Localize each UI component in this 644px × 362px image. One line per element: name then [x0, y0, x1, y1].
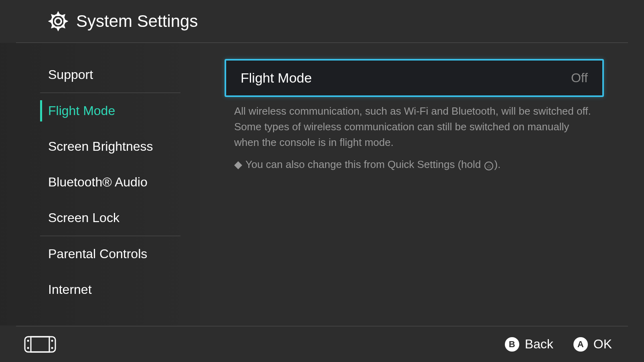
footer-buttons: B Back A OK: [505, 337, 612, 352]
content-area: Support Flight Mode Screen Brightness Bl…: [0, 43, 644, 326]
footer: B Back A OK: [16, 326, 628, 362]
svg-rect-3: [31, 337, 49, 352]
hint-text-pre: You can also change this from Quick Sett…: [245, 158, 484, 170]
back-button[interactable]: B Back: [505, 337, 553, 352]
sidebar-item-label: Flight Mode: [48, 103, 115, 118]
sidebar-item-screen-brightness[interactable]: Screen Brightness: [0, 129, 200, 164]
svg-point-6: [51, 340, 53, 342]
sidebar-item-label: Support: [48, 67, 93, 82]
sidebar-item-bluetooth-audio[interactable]: Bluetooth® Audio: [0, 164, 200, 200]
hint-text-post: ).: [494, 158, 500, 170]
a-button-icon: A: [573, 337, 588, 352]
header: System Settings: [16, 0, 628, 43]
ok-button[interactable]: A OK: [573, 337, 612, 352]
svg-point-7: [51, 347, 53, 349]
diamond-bullet-icon: ◆: [234, 158, 242, 171]
description-text: All wireless communication, such as Wi-F…: [225, 97, 604, 150]
svg-point-0: [55, 18, 61, 24]
sidebar-item-label: Internet: [48, 282, 92, 297]
back-label: Back: [525, 337, 553, 352]
svg-point-5: [27, 347, 29, 349]
main-panel: Flight Mode Off All wireless communicati…: [200, 43, 644, 326]
svg-point-4: [27, 340, 29, 342]
gear-icon: [48, 11, 68, 31]
setting-label: Flight Mode: [241, 70, 312, 86]
sidebar-item-label: Screen Brightness: [48, 139, 153, 154]
setting-value: Off: [571, 71, 588, 85]
page-title: System Settings: [76, 12, 198, 31]
sidebar-item-flight-mode[interactable]: Flight Mode: [0, 93, 200, 129]
flight-mode-toggle[interactable]: Flight Mode Off: [225, 59, 604, 97]
ok-label: OK: [593, 337, 612, 352]
svg-rect-2: [25, 337, 55, 352]
sidebar: Support Flight Mode Screen Brightness Bl…: [0, 43, 200, 326]
b-button-icon: B: [505, 337, 519, 352]
sidebar-item-label: Screen Lock: [48, 210, 119, 225]
sidebar-item-screen-lock[interactable]: Screen Lock: [0, 200, 200, 236]
home-button-icon: ⌂: [484, 162, 493, 170]
sidebar-item-parental-controls[interactable]: Parental Controls: [0, 236, 200, 272]
sidebar-item-internet[interactable]: Internet: [0, 272, 200, 307]
controller-icon[interactable]: [24, 336, 56, 353]
sidebar-item-label: Parental Controls: [48, 247, 147, 261]
sidebar-item-support[interactable]: Support: [0, 57, 200, 93]
sidebar-item-label: Bluetooth® Audio: [48, 175, 148, 189]
hint-text: ◆ You can also change this from Quick Se…: [225, 150, 604, 171]
svg-point-1: [52, 15, 65, 28]
